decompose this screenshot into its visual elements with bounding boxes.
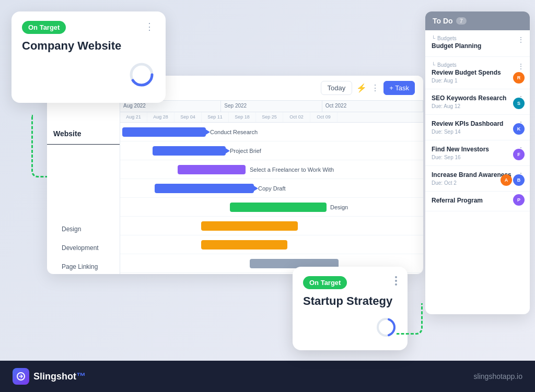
bar-freelancer bbox=[178, 165, 246, 174]
gantt-labels: Website Design Development Page Linking … bbox=[47, 101, 120, 274]
startup-strategy-card: On Target Startup Strategy bbox=[293, 267, 408, 350]
logo: Slingshot™ bbox=[13, 368, 86, 385]
bottom-url: slingshotapp.io bbox=[474, 372, 522, 381]
todo-category-0: └ Budgets bbox=[432, 35, 524, 41]
gantt-row-label-0 bbox=[47, 145, 120, 163]
today-button[interactable]: Today bbox=[321, 81, 353, 95]
todo-header: To Do 7 bbox=[425, 11, 530, 30]
bar-page-linking bbox=[201, 240, 287, 250]
todo-item-budget-planning: └ Budgets Budget Planning ⋮ bbox=[425, 30, 530, 57]
todo-item-kpis: Review KPIs Dashboard Due: Sep 14 ⋮ K bbox=[425, 115, 530, 140]
gantt-row-label-4: Design bbox=[47, 220, 120, 239]
week-aug21: Aug 21 bbox=[120, 112, 147, 122]
bar-arrow-3 bbox=[254, 186, 258, 191]
todo-due-2: Due: Aug 12 bbox=[432, 103, 524, 109]
gantt-row-2: Select a Freelancer to Work With bbox=[120, 160, 423, 179]
dot-1 bbox=[395, 276, 397, 278]
gantt-row-6 bbox=[120, 235, 423, 254]
month-sep: Sep 2022 bbox=[221, 101, 322, 112]
todo-name-6: Referral Program bbox=[432, 197, 524, 204]
company-website-card: On Target ⋮ Company Website bbox=[11, 11, 166, 103]
progress-circle-icon bbox=[128, 61, 155, 88]
logo-dot: ™ bbox=[76, 371, 86, 382]
company-card-title: Company Website bbox=[22, 39, 155, 53]
bar-arrow-1 bbox=[226, 148, 230, 153]
todo-avatar-2: S bbox=[513, 98, 525, 109]
gantt-row-label-6: Page Linking bbox=[47, 257, 120, 274]
gantt-bars-area: Conduct Research Project Brief Select a … bbox=[120, 123, 423, 273]
week-sep04: Sep 04 bbox=[175, 112, 202, 122]
todo-item-seo: SEO Keywords Research Due: Aug 12 ⋮ S bbox=[425, 89, 530, 115]
week-sep11: Sep 11 bbox=[202, 112, 229, 122]
slingshot-logo-svg bbox=[16, 372, 26, 381]
company-card-menu-icon[interactable]: ⋮ bbox=[145, 21, 155, 32]
progress-container bbox=[22, 61, 155, 88]
todo-due-4: Due: Sep 16 bbox=[432, 155, 524, 160]
week-oct02: Oct 02 bbox=[283, 112, 310, 122]
todo-due-1: Due: Aug 1 bbox=[432, 78, 524, 84]
logo-text: Slingshot™ bbox=[33, 371, 86, 382]
bar-development bbox=[201, 221, 298, 231]
startup-progress-container bbox=[303, 316, 397, 338]
gantt-content: Website Design Development Page Linking … bbox=[47, 101, 423, 274]
gantt-row-label-5: Development bbox=[47, 239, 120, 257]
todo-category-1: └ Budgets bbox=[432, 62, 524, 68]
todo-name-3: Review KPIs Dashboard bbox=[432, 120, 524, 127]
gantt-row-3: Copy Draft bbox=[120, 179, 423, 198]
gantt-row-1: Project Brief bbox=[120, 141, 423, 160]
dashed-arrow-right bbox=[397, 303, 423, 335]
filter-icon[interactable]: ⚡ bbox=[356, 83, 367, 93]
on-target-badge: On Target bbox=[22, 21, 66, 34]
todo-name-0: Budget Planning bbox=[432, 42, 524, 50]
week-sep18: Sep 18 bbox=[229, 112, 256, 122]
bar-arrow-0 bbox=[206, 129, 210, 135]
todo-avatar-3: K bbox=[513, 123, 525, 135]
dot-3 bbox=[395, 283, 397, 286]
dot-2 bbox=[395, 280, 397, 282]
bottom-bar: Slingshot™ slingshotapp.io bbox=[0, 361, 535, 392]
add-task-button[interactable]: + Task bbox=[383, 81, 415, 95]
week-oct09: Oct 09 bbox=[310, 112, 338, 122]
bar-copy-draft bbox=[155, 184, 254, 193]
todo-avatar-4: F bbox=[513, 149, 525, 160]
todo-items-list: └ Budgets Budget Planning ⋮ └ Budgets Re… bbox=[425, 30, 530, 313]
startup-card-title: Startup Strategy bbox=[303, 294, 397, 308]
bar-label-4: Design bbox=[330, 204, 348, 210]
company-card-header: On Target ⋮ bbox=[22, 21, 155, 34]
gantt-row-4: Design bbox=[120, 198, 423, 217]
todo-avatar-6: P bbox=[513, 194, 525, 206]
gantt-panel: ☰ Timeline ▾ Weeks ▾ Today ⚡ ⋮ + Task We… bbox=[47, 76, 423, 274]
bar-label-0: Conduct Research bbox=[210, 129, 258, 135]
logo-icon bbox=[13, 368, 29, 385]
month-oct: Oct 2022 bbox=[322, 101, 423, 112]
gantt-project-label: Website bbox=[47, 123, 120, 145]
gantt-row-label-1 bbox=[47, 163, 120, 182]
bar-label-2: Select a Freelancer to Work With bbox=[250, 167, 334, 173]
gantt-months-row: Aug 2022 Sep 2022 Oct 2022 bbox=[120, 101, 423, 112]
startup-on-target-badge: On Target bbox=[303, 276, 347, 289]
bar-label-1: Project Brief bbox=[230, 148, 261, 154]
gantt-chart-area: Aug 2022 Sep 2022 Oct 2022 Aug 21 Aug 28… bbox=[120, 101, 423, 274]
todo-item-referral: Referral Program ⋮ P bbox=[425, 192, 530, 211]
todo-avatar-1: R bbox=[513, 72, 525, 84]
bar-project-brief bbox=[153, 146, 226, 156]
todo-item-review-budget: └ Budgets Review Budget Spends Due: Aug … bbox=[425, 57, 530, 89]
todo-avatar-5a: A bbox=[501, 174, 512, 186]
todo-item-menu-1[interactable]: ⋮ bbox=[517, 62, 525, 70]
gantt-row-5 bbox=[120, 217, 423, 235]
more-options-icon[interactable]: ⋮ bbox=[371, 83, 379, 93]
todo-title-row: To Do 7 bbox=[433, 17, 467, 25]
todo-item-menu-0[interactable]: ⋮ bbox=[517, 35, 525, 44]
bar-label-3: Copy Draft bbox=[258, 185, 286, 192]
bar-design bbox=[230, 203, 327, 212]
startup-dots-container bbox=[395, 276, 397, 286]
todo-count: 7 bbox=[456, 17, 467, 25]
gantt-weeks-row: Aug 21 Aug 28 Sep 04 Sep 11 Sep 18 Sep 2… bbox=[120, 112, 423, 123]
todo-avatars-5: A B bbox=[501, 174, 525, 186]
gantt-row-label-3 bbox=[47, 201, 120, 220]
gantt-row-0: Conduct Research bbox=[120, 123, 423, 141]
bar-conduct-research bbox=[122, 127, 206, 137]
todo-title: To Do bbox=[433, 17, 453, 25]
todo-item-investors: Find New Investors Due: Sep 16 ⋮ F bbox=[425, 140, 530, 166]
todo-due-3: Due: Sep 14 bbox=[432, 129, 524, 135]
